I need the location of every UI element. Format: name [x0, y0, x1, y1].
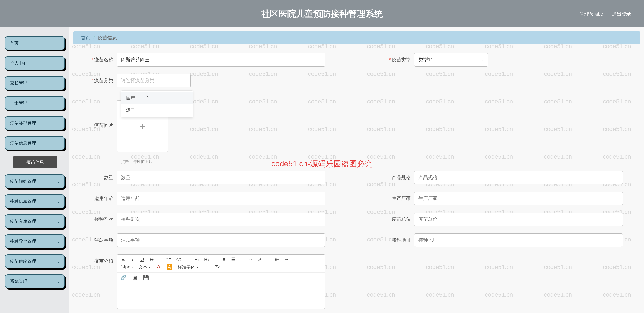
dose-input[interactable] — [117, 213, 325, 226]
chevron-down-icon: ⌄ — [57, 121, 60, 125]
paragraph-select[interactable]: 文本▾ — [138, 264, 150, 270]
save-button[interactable]: 💾 — [143, 275, 149, 280]
address-input[interactable] — [414, 233, 623, 247]
sidebar-item-label: 疫苗入库管理 — [10, 218, 36, 224]
bg-color-button[interactable]: A — [167, 264, 172, 270]
chevron-down-icon: ⌄ — [57, 61, 60, 65]
app-header: 社区医院儿童预防接种管理系统 管理员 abo 退出登录 — [0, 0, 644, 27]
quantity-input[interactable] — [117, 171, 325, 184]
upload-helper-text: 点击上传疫苗图片 — [121, 159, 636, 164]
sidebar-item-label: 首页 — [10, 40, 19, 46]
address-label: 接种地址 — [375, 237, 414, 243]
sidebar-item-label: 家长管理 — [10, 80, 27, 86]
outdent-button[interactable]: ⇤ — [274, 257, 280, 262]
quantity-label: 数量 — [78, 174, 117, 181]
intro-editor: B I U S ❝❞ </> H₁ H₂ ≡ ☰ — [117, 254, 325, 309]
sidebar-item-vaccine-info[interactable]: 疫苗信息管理 ⌄ — [5, 136, 65, 150]
sidebar: 首页 个人中心 ⌄ 家长管理 ⌄ 护士管理 ⌄ 疫苗类型管理 ⌄ 疫苗信息管理 … — [0, 27, 70, 313]
h2-button[interactable]: H₂ — [204, 257, 210, 262]
sidebar-item-label: 疫苗类型管理 — [10, 120, 36, 126]
sidebar-item-nurse-manage[interactable]: 护士管理 ⌄ — [5, 96, 65, 110]
sidebar-item-label: 接种信息管理 — [10, 198, 36, 204]
font-size-select[interactable]: 14px▾ — [120, 264, 133, 269]
sidebar-item-label: 接种异常管理 — [10, 238, 36, 244]
sidebar-item-label: 疫苗信息 — [26, 159, 44, 165]
sidebar-item-vaccine-appointment[interactable]: 疫苗预约管理 ⌄ — [5, 174, 65, 188]
sidebar-subitem-vaccine-info[interactable]: 疫苗信息 — [14, 156, 57, 168]
superscript-button[interactable]: x² — [257, 257, 262, 261]
chevron-down-icon: ⌄ — [57, 279, 60, 283]
total-price-label: *疫苗总价 — [375, 216, 414, 223]
dropdown-option-domestic[interactable]: 国产 — [121, 92, 192, 104]
plus-icon: ＋ — [137, 119, 148, 133]
sidebar-item-vaccine-stockin[interactable]: 疫苗入库管理 ⌄ — [5, 214, 65, 228]
vaccine-type-label: *疫苗类型 — [375, 57, 414, 63]
logout-link[interactable]: 退出登录 — [612, 11, 631, 18]
underline-button[interactable]: U — [140, 257, 145, 262]
sidebar-item-label: 疫苗信息管理 — [10, 140, 36, 146]
code-button[interactable]: </> — [176, 257, 182, 262]
chevron-down-icon: ⌄ — [57, 219, 60, 223]
vaccine-image-label: 疫苗图片 — [78, 100, 117, 129]
chevron-down-icon: ⌄ — [481, 58, 484, 62]
quote-button[interactable]: ❝❞ — [166, 257, 171, 262]
chevron-down-icon: ⌄ — [57, 141, 60, 145]
italic-button[interactable]: I — [130, 257, 135, 262]
manufacturer-label: 生产厂家 — [375, 195, 414, 202]
vaccine-name-label: *疫苗名称 — [78, 57, 117, 63]
subscript-button[interactable]: x₂ — [248, 257, 253, 262]
sidebar-item-vaccination-abnormal[interactable]: 接种异常管理 ⌄ — [5, 234, 65, 248]
notes-input[interactable] — [117, 233, 325, 247]
sidebar-item-vaccine-type[interactable]: 疫苗类型管理 ⌄ — [5, 116, 65, 130]
breadcrumb-separator: / — [93, 35, 95, 41]
app-title: 社区医院儿童预防接种管理系统 — [261, 8, 383, 20]
manufacturer-input[interactable] — [414, 192, 623, 205]
select-placeholder: 请选择疫苗分类 — [121, 77, 154, 84]
sidebar-item-profile[interactable]: 个人中心 ⌄ — [5, 56, 65, 70]
chevron-down-icon: ⌄ — [57, 259, 60, 263]
breadcrumb-home[interactable]: 首页 — [81, 35, 90, 41]
indent-button[interactable]: ⇥ — [284, 257, 289, 262]
breadcrumb-current: 疫苗信息 — [98, 35, 117, 41]
dropdown-option-import[interactable]: 进口 — [121, 104, 192, 116]
intro-label: 疫苗介绍 — [78, 254, 117, 264]
chevron-down-icon: ⌄ — [57, 179, 60, 183]
current-user[interactable]: 管理员 abo — [580, 11, 603, 18]
sidebar-item-parent-manage[interactable]: 家长管理 ⌄ — [5, 76, 65, 90]
align-button[interactable]: ≡ — [204, 264, 209, 270]
main-content: 首页 / 疫苗信息 *疫苗名称 *疫苗类型 类型11 — [70, 27, 644, 313]
total-price-input[interactable] — [414, 213, 623, 226]
bold-button[interactable]: B — [120, 257, 126, 262]
sidebar-item-home[interactable]: 首页 — [5, 36, 65, 50]
vaccine-category-dropdown: 国产 进口 — [121, 90, 193, 117]
ordered-list-button[interactable]: ≡ — [221, 257, 226, 262]
dose-label: 接种剂次 — [78, 216, 117, 223]
spec-input[interactable] — [414, 171, 623, 184]
notes-label: 注意事项 — [78, 237, 117, 243]
vaccine-form: *疫苗名称 *疫苗类型 类型11 ⌄ — [74, 44, 640, 313]
editor-content[interactable] — [117, 282, 325, 309]
breadcrumb: 首页 / 疫苗信息 — [74, 31, 640, 44]
vaccine-type-select[interactable]: 类型11 ⌄ — [414, 53, 488, 67]
h1-button[interactable]: H₁ — [194, 257, 200, 262]
sidebar-item-label: 疫苗预约管理 — [10, 178, 36, 184]
sidebar-item-label: 疫苗供应管理 — [10, 258, 36, 264]
sidebar-item-system-manage[interactable]: 系统管理 ⌄ — [5, 274, 65, 288]
sidebar-item-vaccination-info[interactable]: 接种信息管理 ⌄ — [5, 194, 65, 208]
strikethrough-button[interactable]: S — [149, 257, 154, 262]
vaccine-name-input[interactable] — [117, 53, 325, 67]
sidebar-item-label: 个人中心 — [10, 60, 27, 66]
sidebar-item-label: 系统管理 — [10, 278, 27, 284]
unordered-list-button[interactable]: ☰ — [231, 257, 236, 262]
age-input[interactable] — [117, 192, 325, 205]
age-label: 适用年龄 — [78, 195, 117, 202]
font-family-select[interactable]: 标准字体▾ — [178, 264, 198, 270]
clear-format-button[interactable]: Tx — [214, 264, 220, 270]
link-button[interactable]: 🔗 — [120, 275, 126, 280]
select-value: 类型11 — [418, 57, 433, 63]
sidebar-item-vaccine-supply[interactable]: 疫苗供应管理 ⌄ — [5, 254, 65, 268]
spec-label: 产品规格 — [375, 174, 414, 181]
font-color-button[interactable]: A — [156, 264, 161, 270]
image-button[interactable]: ▣ — [132, 275, 137, 280]
vaccine-category-select[interactable]: 请选择疫苗分类 ⌃ — [117, 74, 191, 87]
